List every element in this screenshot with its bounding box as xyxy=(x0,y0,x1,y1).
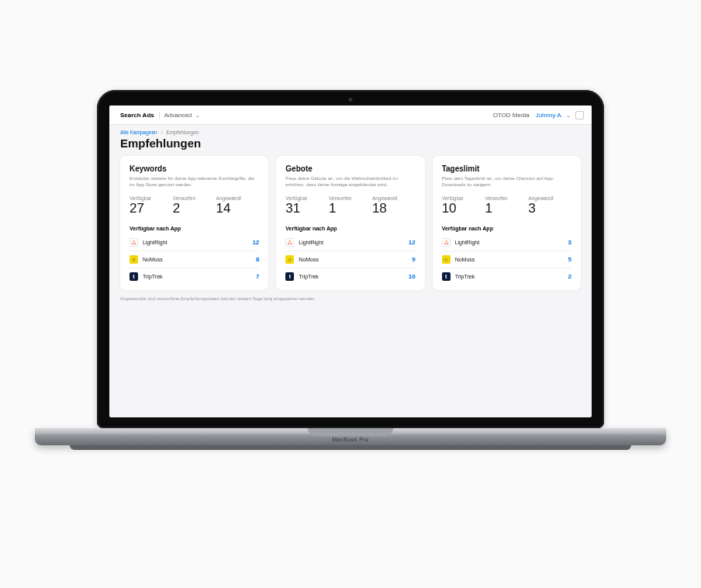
app-icon-triptrek: t xyxy=(285,272,294,281)
app-name: NoMoss xyxy=(143,257,256,262)
stat-value: 18 xyxy=(372,202,416,216)
laptop-notch xyxy=(308,428,393,436)
laptop-feet xyxy=(70,445,631,450)
app-name: NoMoss xyxy=(299,257,412,262)
breadcrumb-current: Empfehlungen xyxy=(167,130,199,135)
stat-label: Verfügbar xyxy=(129,195,173,201)
user-name: Johnny A. xyxy=(536,112,563,119)
card-title: Keywords xyxy=(129,164,259,173)
app-row[interactable]: △LightRight12 xyxy=(285,234,415,251)
app-row[interactable]: tTripTrek7 xyxy=(129,268,259,285)
stat-label: Angewandt xyxy=(528,195,572,201)
window-icon[interactable] xyxy=(575,111,584,119)
card-title: Tageslimit xyxy=(442,164,572,173)
app-count: 2 xyxy=(568,273,572,280)
app-row[interactable]: △LightRight12 xyxy=(129,234,259,251)
stat-value: 31 xyxy=(285,202,329,216)
app-count: 8 xyxy=(256,256,259,263)
app-row[interactable]: △LightRight3 xyxy=(442,234,572,251)
card-subheading: Verfügbar nach App xyxy=(442,226,572,231)
app-row[interactable]: tTripTrek2 xyxy=(442,268,572,285)
stat-label: Verfügbar xyxy=(442,195,485,201)
card-desc: Pass deine Gebote an, um die Wahrscheinl… xyxy=(285,175,415,189)
card-bids: Gebote Pass deine Gebote an, um die Wahr… xyxy=(276,156,424,290)
stat-value: 3 xyxy=(528,202,572,216)
stat-label: Verworfen xyxy=(485,195,528,201)
camera-dot xyxy=(349,98,353,102)
page-title: Empfehlungen xyxy=(109,135,592,156)
org-name[interactable]: OTOD Media xyxy=(493,112,530,119)
cards-row: Keywords Entdecke weitere für deine App … xyxy=(109,156,592,290)
app-name: NoMoss xyxy=(455,257,568,262)
card-title: Gebote xyxy=(285,164,415,173)
app-count: 5 xyxy=(568,256,572,263)
app-icon-nomoss: ○ xyxy=(285,255,294,264)
app-name: LightRight xyxy=(299,240,408,245)
app-icon-lightright: △ xyxy=(285,238,294,247)
laptop-brand: MacBook Pro xyxy=(332,437,369,442)
stat-value: 27 xyxy=(129,202,173,216)
app-count: 12 xyxy=(409,239,416,246)
product-tier-label: Advanced xyxy=(164,112,192,119)
app-count: 9 xyxy=(412,256,415,263)
app-icon-triptrek: t xyxy=(442,272,451,281)
app-row[interactable]: ○NoMoss5 xyxy=(442,251,572,268)
stat-label: Angewandt xyxy=(372,195,416,201)
product-tier[interactable]: Advanced ⌄ xyxy=(159,112,200,119)
app-icon-triptrek: t xyxy=(129,272,138,281)
card-dailycap: Tageslimit Pass dein Tageslimit an, um d… xyxy=(433,156,581,290)
stat-value: 1 xyxy=(485,202,528,216)
stat-value: 14 xyxy=(216,202,260,216)
breadcrumb-root[interactable]: Alle Kampagnen xyxy=(120,130,157,135)
app-row[interactable]: ○NoMoss9 xyxy=(285,251,415,268)
stat-value: 2 xyxy=(173,202,216,216)
app-name: TripTrek xyxy=(455,274,568,279)
app-name: LightRight xyxy=(455,240,568,245)
laptop-base: MacBook Pro xyxy=(35,428,666,445)
screen: Search Ads Advanced ⌄ OTOD Media Johnny … xyxy=(109,105,592,417)
app-count: 12 xyxy=(252,239,259,246)
laptop-frame: Search Ads Advanced ⌄ OTOD Media Johnny … xyxy=(97,90,604,428)
app-row[interactable]: tTripTrek10 xyxy=(285,268,415,285)
app-count: 10 xyxy=(409,273,416,280)
stat-label: Verfügbar xyxy=(285,195,329,201)
chevron-down-icon: ⌄ xyxy=(566,112,571,118)
card-subheading: Verfügbar nach App xyxy=(129,226,259,231)
topbar: Search Ads Advanced ⌄ OTOD Media Johnny … xyxy=(109,105,592,125)
card-desc: Entdecke weitere für deine App relevante… xyxy=(129,175,259,189)
app-icon-lightright: △ xyxy=(442,238,451,247)
app-icon-nomoss: ○ xyxy=(442,255,451,264)
product-name: Search Ads xyxy=(120,112,154,119)
stat-label: Angewandt xyxy=(216,195,260,201)
app-icon-lightright: △ xyxy=(129,238,138,247)
stat-value: 1 xyxy=(329,202,372,216)
user-menu[interactable]: Johnny A. ⌄ xyxy=(536,112,571,119)
app-count: 7 xyxy=(256,273,259,280)
card-keywords: Keywords Entdecke weitere für deine App … xyxy=(120,156,268,290)
breadcrumb-separator-icon: › xyxy=(161,130,163,135)
card-subheading: Verfügbar nach App xyxy=(285,226,415,231)
stat-label: Verworfen xyxy=(173,195,216,201)
app-name: TripTrek xyxy=(143,274,256,279)
chevron-down-icon: ⌄ xyxy=(195,112,200,118)
app-count: 3 xyxy=(568,239,572,246)
card-desc: Pass dein Tageslimit an, um deine Chance… xyxy=(442,175,572,189)
app-icon-nomoss: ○ xyxy=(129,255,138,264)
app-name: TripTrek xyxy=(299,274,408,279)
breadcrumb: Alle Kampagnen › Empfehlungen xyxy=(109,125,592,135)
stat-label: Verworfen xyxy=(329,195,372,201)
app-row[interactable]: ○NoMoss8 xyxy=(129,251,259,268)
app-name: LightRight xyxy=(143,240,252,245)
stat-value: 10 xyxy=(442,202,485,216)
footnote: Angewandte und verworfene Empfehlungsdat… xyxy=(109,290,592,307)
